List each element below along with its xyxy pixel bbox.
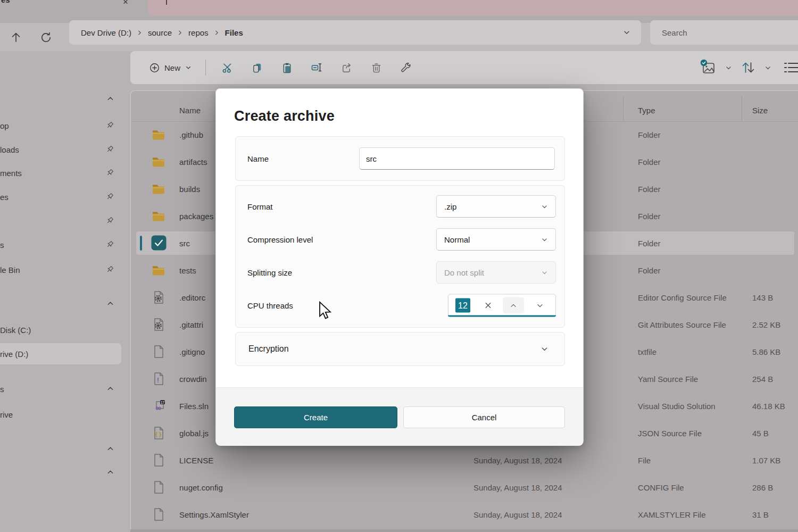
gear-file-icon: [151, 290, 166, 305]
breadcrumb-chevron-down-icon[interactable]: [623, 29, 630, 36]
column-separator[interactable]: [623, 96, 624, 121]
chevron-down-icon: [541, 269, 548, 276]
file-size: 31 B: [752, 510, 769, 519]
cut-button[interactable]: [215, 56, 239, 79]
archive-name-input[interactable]: src: [359, 147, 555, 170]
pin-icon[interactable]: [105, 265, 114, 275]
archive-name-value: src: [366, 154, 377, 163]
pin-icon[interactable]: [105, 192, 114, 202]
column-separator[interactable]: [742, 96, 742, 121]
refresh-icon[interactable]: [34, 26, 57, 49]
pin-icon[interactable]: [105, 145, 114, 154]
section-chevron-up-icon[interactable]: [106, 95, 114, 103]
new-button[interactable]: New: [143, 59, 198, 77]
file-row[interactable]: LICENSESunday, August 18, 2024File1.07 K…: [131, 448, 798, 472]
sidebar-item-label[interactable]: loads: [0, 145, 19, 154]
sidebar-item-label[interactable]: ments: [0, 169, 22, 178]
file-date-modified: Sunday, August 18, 2024: [473, 483, 562, 492]
file-name[interactable]: global.js: [179, 429, 209, 438]
sidebar-item-label[interactable]: op: [0, 121, 9, 130]
encryption-expander[interactable]: Encryption: [235, 332, 565, 366]
decrement-button[interactable]: [529, 297, 551, 314]
file-name[interactable]: crowdin: [179, 375, 207, 384]
breadcrumb-item[interactable]: Files: [221, 28, 247, 37]
breadcrumb-item[interactable]: source: [144, 28, 176, 37]
sidebar-item-label[interactable]: es: [0, 193, 9, 202]
compression-select[interactable]: Normal: [436, 228, 556, 251]
file-name[interactable]: packages: [179, 212, 213, 221]
section-chevron-up-icon[interactable]: [106, 468, 114, 477]
file-name[interactable]: Settings.XamlStyler: [179, 510, 249, 519]
sidebar-item-label[interactable]: le Bin: [0, 265, 20, 275]
details-view-icon[interactable]: [784, 57, 798, 78]
active-tab-label[interactable]: es: [1, 0, 10, 4]
paste-button[interactable]: [275, 56, 299, 79]
breadcrumb-item[interactable]: repos: [184, 28, 213, 37]
file-row[interactable]: Settings.XamlStylerSunday, August 18, 20…: [131, 503, 798, 526]
file-name[interactable]: src: [179, 239, 190, 248]
file-type: XAMLSTYLER File: [638, 510, 706, 519]
file-name[interactable]: .github: [179, 130, 203, 139]
section-chevron-up-icon[interactable]: [106, 300, 114, 308]
layout-chevron-down-icon[interactable]: [720, 57, 736, 78]
breadcrumb-item[interactable]: Dev Drive (D:): [77, 28, 136, 37]
file-name[interactable]: builds: [179, 185, 200, 194]
new-tab-icon[interactable]: [166, 0, 167, 5]
file-name[interactable]: nuget.config: [179, 483, 223, 492]
new-button-label: New: [164, 63, 180, 72]
cpu-threads-value[interactable]: 12: [455, 298, 470, 313]
sort-button[interactable]: [736, 57, 760, 78]
create-button[interactable]: Create: [234, 406, 397, 428]
clear-icon[interactable]: [479, 297, 496, 314]
file-type: Folder: [638, 212, 661, 221]
sort-chevron-down-icon[interactable]: [760, 57, 776, 78]
column-header-type[interactable]: Type: [638, 106, 655, 115]
pin-icon[interactable]: [105, 168, 114, 178]
file-name[interactable]: LICENSE: [179, 456, 213, 465]
file-type: Folder: [638, 185, 661, 194]
share-button[interactable]: [334, 56, 359, 79]
file-name[interactable]: .editorc: [179, 293, 205, 302]
section-chevron-up-icon[interactable]: [106, 445, 114, 453]
mouse-cursor: [318, 301, 333, 321]
pin-icon[interactable]: [105, 216, 114, 226]
checked-checkbox[interactable]: [151, 235, 167, 251]
search-placeholder: Search: [662, 28, 687, 37]
column-header-size[interactable]: Size: [752, 106, 768, 115]
encryption-chevron-down-icon[interactable]: [541, 345, 548, 353]
pin-icon[interactable]: [105, 121, 114, 130]
format-select[interactable]: .zip: [436, 195, 556, 218]
tab-close-icon[interactable]: ×: [123, 0, 128, 7]
search-input[interactable]: Search: [650, 20, 798, 45]
file-name[interactable]: artifacts: [179, 157, 207, 167]
up-arrow-icon[interactable]: [4, 26, 28, 49]
file-name[interactable]: .gitigno: [179, 347, 205, 356]
sidebar-item-label[interactable]: Disk (C:): [0, 326, 31, 335]
file-row[interactable]: nuget.configSunday, August 18, 2024CONFI…: [131, 476, 798, 499]
file-name[interactable]: .gitattri: [179, 320, 203, 329]
breadcrumb-separator-icon: [177, 30, 183, 36]
increment-button[interactable]: [503, 297, 524, 314]
chevron-down-icon: [541, 236, 548, 243]
pin-icon[interactable]: [105, 240, 114, 250]
name-field-card: Name src: [235, 136, 565, 181]
file-name[interactable]: Files.sln: [179, 402, 209, 411]
cpu-threads-stepper[interactable]: 12: [448, 294, 556, 317]
delete-button[interactable]: [364, 56, 388, 79]
sidebar-item-label[interactable]: rive (D:): [0, 350, 28, 359]
layout-view-button[interactable]: [697, 57, 720, 78]
file-type: txtfile: [638, 347, 656, 356]
sidebar-item-label[interactable]: s: [0, 240, 4, 250]
archive-tools-button[interactable]: [394, 56, 418, 79]
file-name[interactable]: tests: [179, 266, 196, 275]
cancel-button[interactable]: Cancel: [403, 406, 565, 428]
copy-button[interactable]: [245, 56, 269, 79]
sidebar-item-label[interactable]: rive: [0, 410, 13, 419]
name-label: Name: [247, 154, 269, 163]
sidebar-item-label[interactable]: s: [0, 385, 4, 394]
breadcrumb[interactable]: Dev Drive (D:)sourcereposFiles: [69, 20, 641, 45]
file-type: File: [638, 456, 651, 465]
column-header-name[interactable]: Name: [179, 106, 201, 115]
section-chevron-up-icon[interactable]: [106, 385, 114, 393]
rename-button[interactable]: [304, 56, 329, 79]
